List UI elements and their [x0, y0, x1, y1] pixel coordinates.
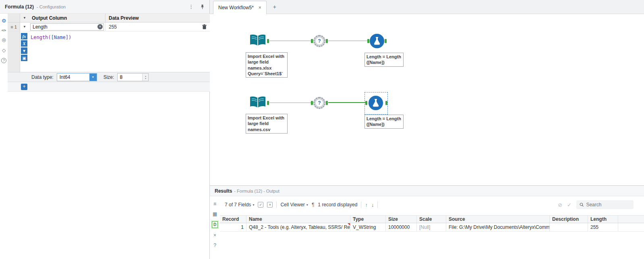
- panel-menu-icon[interactable]: ⋮: [188, 4, 194, 10]
- tag-icon[interactable]: ◇: [2, 47, 6, 53]
- connection-wire[interactable]: [328, 41, 367, 41]
- close-view-icon[interactable]: ×: [213, 232, 216, 238]
- input-tool-book-icon: [249, 95, 267, 110]
- cell-name[interactable]: Q48_2 - Tools (e.g. Alteryx, Tableau, SS…: [246, 223, 350, 231]
- fields-dropdown[interactable]: 7 of 7 Fields ▾: [225, 202, 254, 208]
- tool-annotation[interactable]: Import Excel with large field names.xlsx…: [246, 52, 288, 78]
- data-type-value: Int64: [57, 74, 89, 81]
- output-column-input[interactable]: [30, 23, 104, 31]
- column-header-record[interactable]: Record: [220, 216, 246, 223]
- formula-tool[interactable]: [370, 34, 384, 48]
- formula-grid: ▼ Output Column Data Preview ≡ 1 ▼ × 25: [8, 14, 210, 92]
- xml-view-icon[interactable]: </>: [2, 29, 6, 32]
- column-header-length[interactable]: Length: [588, 216, 618, 223]
- size-input[interactable]: [118, 74, 142, 81]
- help-icon[interactable]: ?: [1, 58, 6, 63]
- search-box[interactable]: [576, 200, 634, 209]
- no-edit-icon[interactable]: ⊘: [558, 202, 562, 208]
- expression-text[interactable]: Length([Name]): [31, 35, 71, 40]
- output-anchor[interactable]: [267, 39, 269, 43]
- clear-column-icon[interactable]: ×: [97, 24, 103, 29]
- missing-macro-tool[interactable]: ?: [313, 35, 325, 47]
- tab-new-workflow5[interactable]: New Workflow5* ×: [213, 1, 267, 14]
- size-stepper: ▴ ▾: [117, 73, 149, 81]
- apply-icon[interactable]: ✓: [567, 202, 572, 208]
- question-mark-icon: ?: [316, 99, 323, 107]
- workflow-canvas[interactable]: ? Import Excel with large field names.xl…: [210, 14, 644, 185]
- output-anchor[interactable]: [326, 39, 328, 43]
- functions-icon[interactable]: fx: [21, 33, 27, 39]
- search-input[interactable]: [586, 202, 630, 208]
- tool-annotation[interactable]: Import Excel with large field names.csv: [246, 114, 288, 134]
- column-header-size[interactable]: Size: [386, 216, 417, 223]
- formula-tool-selected[interactable]: [369, 96, 383, 110]
- column-header-type[interactable]: Type: [350, 216, 386, 223]
- column-header-name[interactable]: Name: [246, 216, 350, 223]
- whitespace-toggle-icon[interactable]: ¶: [312, 202, 314, 208]
- row-chevron-icon[interactable]: ▼: [20, 23, 29, 31]
- input-data-tool[interactable]: [249, 33, 267, 49]
- row-number-header: [8, 14, 20, 22]
- input-anchor[interactable]: [311, 39, 313, 43]
- column-header-scale[interactable]: Scale: [417, 216, 446, 223]
- connection-wire[interactable]: [269, 103, 311, 103]
- configuration-title: Formula (12): [5, 4, 34, 10]
- new-tab-button[interactable]: +: [273, 4, 276, 10]
- cell-size[interactable]: 10000000: [386, 223, 417, 231]
- workflow-tab-bar: New Workflow5* × +: [210, 0, 644, 14]
- connection-wire[interactable]: [269, 41, 311, 41]
- output-anchor[interactable]: [326, 101, 328, 105]
- data-type-row: Data type: Int64 ▾ Size: ▴ ▾: [8, 72, 210, 82]
- variables-icon[interactable]: X: [21, 40, 27, 47]
- tool-annotation[interactable]: Length = Length ([Name]): [364, 115, 404, 129]
- tool-annotation[interactable]: Length = Length ([Name]): [364, 53, 404, 67]
- add-expression-button[interactable]: +: [21, 84, 27, 90]
- save-expression-icon[interactable]: ▣: [21, 55, 27, 61]
- expression-body[interactable]: fx X ▼ ▣ Length([Name]): [20, 31, 210, 72]
- cell-source[interactable]: File: G:\My Drive\My Documents\Alteryx\C…: [446, 223, 550, 231]
- chevron-down-icon[interactable]: ▾: [89, 74, 97, 81]
- cell-scale[interactable]: [Null]: [417, 223, 446, 231]
- cell-record[interactable]: 1: [220, 223, 246, 231]
- output-anchor[interactable]: [267, 101, 269, 105]
- interface-icon[interactable]: ◎: [2, 37, 6, 43]
- cell-type[interactable]: V_WString: [350, 223, 386, 231]
- drag-handle-icon[interactable]: ≡: [10, 25, 13, 29]
- chevron-down-icon: ▾: [253, 203, 254, 207]
- output-column-header: Output Column: [29, 14, 106, 22]
- input-data-tool[interactable]: [249, 95, 267, 111]
- input-anchor[interactable]: [311, 101, 313, 105]
- chevron-down-icon: ▾: [306, 203, 308, 207]
- fields-summary: 7 of 7 Fields: [225, 202, 251, 208]
- cell-length[interactable]: 255: [588, 223, 618, 231]
- size-spinner[interactable]: ▴ ▾: [142, 74, 148, 81]
- cell-description[interactable]: [550, 223, 588, 231]
- results-table: Record Name Type Size Scale Source Descr…: [220, 215, 644, 232]
- close-tab-icon[interactable]: ×: [259, 5, 261, 10]
- input-anchor[interactable]: [367, 39, 369, 43]
- uncheck-all-fields-icon[interactable]: ×: [267, 202, 273, 208]
- arrow-up-icon[interactable]: ↑: [365, 202, 368, 208]
- selected-connection-wire[interactable]: [328, 102, 365, 103]
- missing-macro-tool[interactable]: ?: [313, 97, 325, 109]
- expand-all-chevron-icon[interactable]: ▼: [20, 14, 29, 22]
- delete-expression-button[interactable]: [202, 24, 207, 29]
- help-icon[interactable]: ?: [213, 243, 216, 248]
- output-anchor[interactable]: [385, 39, 387, 43]
- filter-icon[interactable]: ▼: [21, 47, 27, 54]
- spin-down-icon[interactable]: ▾: [145, 77, 146, 80]
- column-header-source[interactable]: Source: [446, 216, 550, 223]
- data-tab-icon[interactable]: D: [212, 221, 218, 228]
- gear-icon[interactable]: ⚙: [2, 18, 6, 24]
- configuration-subtitle: - Configuration: [37, 4, 66, 9]
- data-type-dropdown[interactable]: Int64 ▾: [57, 73, 97, 81]
- pin-icon[interactable]: [200, 4, 205, 9]
- arrow-down-icon[interactable]: ↓: [371, 202, 374, 208]
- cell-viewer-label: Cell Viewer: [280, 202, 304, 208]
- column-header-description[interactable]: Description: [550, 216, 588, 223]
- check-all-fields-icon[interactable]: ✓: [258, 202, 263, 208]
- metadata-list-icon[interactable]: ≡: [213, 201, 216, 207]
- table-row[interactable]: 1 Q48_2 - Tools (e.g. Alteryx, Tableau, …: [220, 223, 644, 232]
- grid-view-icon[interactable]: ▦: [213, 211, 217, 217]
- cell-viewer-dropdown[interactable]: Cell Viewer ▾: [280, 202, 308, 208]
